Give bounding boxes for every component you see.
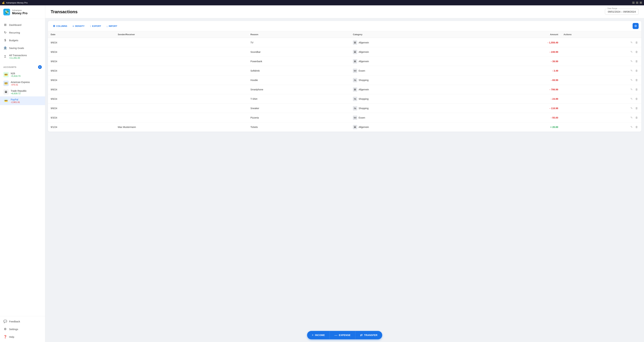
table-head: Date Sender/Receiver Reason Category Amo… [48, 31, 641, 38]
account-item-trade-republic[interactable]: 🏛 Trade Republic +8,839.72 [0, 88, 45, 96]
cell-amount: - 118.98 [471, 104, 561, 113]
sidebar-item-all-transactions[interactable]: Σ All Transactions +11,281.00 [0, 52, 45, 61]
edit-button[interactable]: ✎ [630, 50, 633, 54]
th-category: Category [350, 31, 471, 38]
account-item-n26[interactable]: 💳 N26 +5,818.70 [0, 70, 45, 79]
transfer-label: TRANSFER [364, 334, 378, 336]
main-header: Transactions Date Range 09/01/2024 – 09/… [45, 5, 644, 18]
cell-actions: ✎ 🗑 [561, 85, 641, 94]
cell-date: 9/6/24 [48, 66, 115, 76]
export-button[interactable]: ↑ EXPORT [88, 24, 104, 29]
table-row: 9/6/24 Sneaker 🛍 Shopping - 118.98 ✎ 🗑 [48, 104, 641, 113]
title-bar-title: 💰 Ashampoo Money Pro [2, 2, 28, 4]
delete-button[interactable]: 🗑 [634, 40, 639, 45]
edit-button[interactable]: ✎ [630, 106, 633, 110]
sidebar-item-feedback[interactable]: 💬 Feedback [0, 318, 45, 325]
account-item-amex[interactable]: 💳 American Express -475.51 [0, 79, 45, 88]
product-name: Money Pro [12, 12, 28, 15]
cell-sender [115, 66, 248, 76]
table-row: 9/1/24 Max Mustermann Tickets 🏛 Allgemei… [48, 122, 641, 132]
toolbar-right: ⚙ [632, 23, 639, 29]
category-name: Allgemein [358, 41, 369, 44]
cell-sender [115, 76, 248, 85]
cell-amount: - 69.99 [471, 76, 561, 85]
expense-label: EXPENSE [339, 334, 351, 336]
n26-name: N26 [11, 72, 20, 75]
category-name: Shopping [358, 98, 368, 100]
app-logo: 💸 [3, 9, 10, 16]
delete-button[interactable]: 🗑 [634, 87, 639, 92]
delete-button[interactable]: 🗑 [634, 50, 639, 54]
edit-button[interactable]: ✎ [630, 96, 633, 101]
category-name: Allgemein [358, 60, 369, 63]
maximize-button[interactable]: □ [636, 2, 638, 4]
edit-button[interactable]: ✎ [630, 125, 633, 129]
delete-button[interactable]: 🗑 [634, 97, 639, 101]
category-name: Shopping [358, 107, 368, 110]
category-icon: 🍽 [353, 116, 357, 120]
cell-actions: ✎ 🗑 [561, 66, 641, 76]
transactions-area: ⊞ COLUMNS ≡ DENSITY ↑ EXPORT ↓ IMPORT [45, 18, 644, 328]
delete-button[interactable]: 🗑 [634, 78, 639, 82]
category-icon: 🏛 [353, 87, 357, 92]
close-button[interactable]: ✕ [640, 2, 642, 4]
cell-date: 9/6/24 [48, 38, 115, 47]
date-range-box[interactable]: Date Range 09/01/2024 – 09/08/2024 [605, 9, 639, 15]
import-button[interactable]: ↓ IMPORT [104, 24, 120, 29]
edit-button[interactable]: ✎ [630, 40, 633, 45]
feedback-icon: 💬 [3, 320, 7, 323]
delete-button[interactable]: 🗑 [634, 116, 639, 120]
income-label: INCOME [315, 334, 325, 336]
import-icon: ↓ [106, 25, 108, 28]
cell-reason: TV [248, 38, 350, 47]
toolbar: ⊞ COLUMNS ≡ DENSITY ↑ EXPORT ↓ IMPORT [48, 21, 641, 31]
app-name: Ashampoo Money Pro [12, 9, 28, 15]
density-button[interactable]: ≡ DENSITY [70, 24, 87, 29]
cell-category: 🍽 Essen [350, 113, 471, 122]
cell-date: 9/6/24 [48, 85, 115, 94]
columns-button[interactable]: ⊞ COLUMNS [51, 23, 70, 29]
income-button[interactable]: + INCOME [307, 331, 330, 339]
expense-button[interactable]: — EXPENSE [330, 331, 355, 339]
accounts-header: Accounts + [0, 63, 45, 70]
edit-button[interactable]: ✎ [630, 78, 633, 82]
delete-button[interactable]: 🗑 [634, 68, 639, 73]
cell-sender [115, 94, 248, 104]
cell-actions: ✎ 🗑 [561, 76, 641, 85]
sidebar-item-dashboard[interactable]: ⊞ Dashboard [0, 21, 45, 29]
table-header-row: Date Sender/Receiver Reason Category Amo… [48, 31, 641, 38]
paypal-info: PayPal -2,901.91 [11, 98, 20, 104]
account-item-paypal[interactable]: 💳 PayPal -2,901.91 [0, 96, 45, 105]
sidebar-item-help[interactable]: ❓ Help [0, 333, 45, 341]
sidebar-item-settings[interactable]: ⚙ Settings [0, 325, 45, 333]
cell-date: 9/6/24 [48, 94, 115, 104]
sidebar-item-saving-goals[interactable]: 🏦 Saving Goals [0, 44, 45, 52]
sidebar-item-recurring[interactable]: ↻ Recurring [0, 29, 45, 36]
cell-category: 🏛 Allgemein [350, 38, 471, 47]
delete-button[interactable]: 🗑 [634, 125, 639, 129]
category-icon: 🏛 [353, 59, 357, 64]
sidebar-item-budgets[interactable]: $ Budgets [0, 36, 45, 44]
sidebar-header: 💸 Ashampoo Money Pro [0, 5, 45, 19]
edit-button[interactable]: ✎ [630, 59, 633, 64]
cell-sender: Max Mustermann [115, 122, 248, 132]
edit-button[interactable]: ✎ [630, 87, 633, 92]
transfer-button[interactable]: ⇄ TRANSFER [355, 331, 382, 339]
cell-date: 9/6/24 [48, 57, 115, 66]
amex-icon: 💳 [3, 81, 9, 86]
minimize-button[interactable]: — [632, 2, 634, 4]
sidebar: 💸 Ashampoo Money Pro ⊞ Dashboard ↻ Recur… [0, 5, 45, 342]
table-row: 9/6/24 Powerbank 🏛 Allgemein - 39.99 ✎ 🗑 [48, 57, 641, 66]
company-name: Ashampoo [12, 9, 28, 12]
cell-amount: - 39.99 [471, 57, 561, 66]
sidebar-label-saving-goals: Saving Goals [9, 46, 24, 50]
category-name: Allgemein [358, 126, 369, 128]
edit-button[interactable]: ✎ [630, 115, 633, 120]
edit-button[interactable]: ✎ [630, 68, 633, 73]
gear-settings-button[interactable]: ⚙ [632, 23, 639, 29]
sidebar-label-dashboard: Dashboard [9, 24, 21, 26]
delete-button[interactable]: 🗑 [634, 59, 639, 64]
cell-reason: Pizzeria [248, 113, 350, 122]
delete-button[interactable]: 🗑 [634, 106, 639, 110]
add-account-button[interactable]: + [38, 65, 42, 69]
